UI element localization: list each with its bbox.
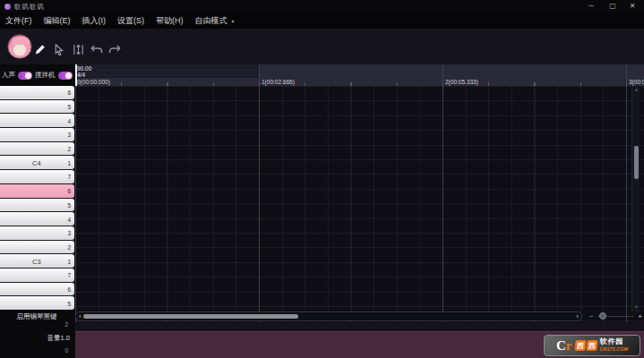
ruler-tempo: 90.00 (77, 65, 259, 72)
watermark-name: 软件园 (600, 338, 624, 345)
key-number: 2 (67, 146, 71, 152)
zoom-in-button[interactable]: + (638, 312, 642, 320)
piano-key-14[interactable]: 6 (0, 283, 74, 296)
piano-roll-grid[interactable] (75, 86, 644, 322)
menu-item-2[interactable]: 插入(I) (82, 15, 107, 27)
redo-button[interactable] (107, 42, 122, 56)
watermark-site: CR173.COM (600, 345, 628, 353)
volume-scale-max: 2 (64, 321, 68, 328)
minimize-button[interactable]: ─ (581, 1, 601, 12)
bar-marker-3: 3(00:08.000) (629, 79, 644, 85)
octave-label: C3 (32, 257, 41, 265)
piano-key-C4[interactable]: 1C4 (0, 156, 74, 169)
enable-black-keys-label[interactable]: 启用钢琴黑键 (5, 312, 68, 321)
track-toggle-label-1: 搅拌机 (35, 71, 56, 80)
lower-divider (75, 322, 644, 331)
zoom-slider[interactable] (597, 316, 635, 317)
watermark-tile-1: 西 (586, 340, 597, 351)
vertical-scroll-thumb[interactable] (634, 146, 639, 179)
toolbar: C 4/4 90.00 8分音符 ▾ 0:0:000 0:1:000 ▶ ⇄ ⇤… (0, 29, 644, 64)
title-bar: 歌叽歌叽 ─ ▢ ✕ (0, 0, 644, 13)
volume-scale-min: 0 (64, 347, 68, 354)
volume-label: 音量1.0 (47, 334, 70, 343)
piano-key-10[interactable]: 3 (0, 226, 74, 240)
pencil-tool-button[interactable] (32, 42, 47, 56)
scroll-left-icon[interactable]: ‹ (79, 312, 82, 320)
timeline-ruler[interactable]: 90.00 4/4 0(00:00.000)1(00:02.666)2(00:0… (75, 64, 644, 86)
track-toggle-label-0: 人声 (2, 71, 15, 80)
octave-label: C4 (32, 158, 41, 166)
editor-area: 90.00 4/4 0(00:00.000)1(00:02.666)2(00:0… (75, 64, 644, 358)
key-number: 3 (67, 132, 71, 138)
tempo-meter-block: 90.00 4/4 (75, 64, 259, 78)
pencil-icon (34, 44, 46, 55)
key-number: 5 (67, 201, 71, 208)
key-number: 1 (67, 159, 71, 166)
key-number: 5 (67, 300, 71, 306)
key-number: 1 (67, 258, 71, 264)
app-logo-icon (4, 4, 11, 10)
menu-mode-caret-icon[interactable]: ▾ (232, 18, 235, 24)
zoom-control: − + (586, 311, 644, 321)
redo-icon (108, 44, 121, 55)
pitch-stretch-icon (73, 44, 84, 55)
piano-key-1[interactable]: 5 (0, 100, 74, 114)
window-title: 歌叽歌叽 (14, 3, 45, 12)
menu-item-3[interactable]: 设置(S) (117, 15, 144, 27)
track-toggle-switch-0[interactable] (18, 72, 32, 80)
piano-key-2[interactable]: 4 (0, 114, 74, 127)
key-number: 4 (67, 216, 71, 222)
key-number: 3 (67, 230, 71, 236)
zoom-slider-knob[interactable] (599, 312, 606, 320)
key-number: 6 (67, 90, 71, 96)
piano-key-9[interactable]: 4 (0, 212, 74, 226)
piano-key-6[interactable]: 7 (0, 170, 74, 183)
singer-avatar[interactable] (7, 34, 32, 59)
scroll-right-icon[interactable]: › (576, 312, 579, 320)
watermark-badge: Cr 西西 软件园 CR173.COM (544, 335, 640, 356)
horizontal-scroll-thumb[interactable] (83, 314, 298, 319)
key-number: 7 (67, 272, 71, 278)
undo-icon (90, 44, 103, 55)
bar-marker-0: 0(00:00.000) (77, 79, 110, 85)
scroll-up-icon[interactable]: ˄ (632, 88, 640, 93)
menu-bar: 文件(F)编辑(E)插入(I)设置(S)帮助(H)自由模式▾ (0, 13, 644, 29)
piano-key-4[interactable]: 2 (0, 142, 74, 156)
menu-item-1[interactable]: 编辑(E) (44, 15, 71, 27)
menu-item-0[interactable]: 文件(F) (5, 15, 32, 27)
stretch-tool-button[interactable] (71, 42, 85, 56)
key-number: 5 (67, 104, 71, 110)
track-toggle-switch-1[interactable] (58, 72, 73, 80)
close-button[interactable]: ✕ (623, 1, 642, 12)
piano-panel: 人声搅拌机 654321C47654321C3765 启用钢琴黑键 2 音量1.… (0, 64, 75, 358)
bar-marker-2: 2(00:05.333) (445, 79, 478, 85)
vertical-scrollbar[interactable]: ˄ ˅ (631, 86, 640, 311)
horizontal-scrollbar[interactable]: ‹ › (75, 311, 582, 321)
piano-key-8[interactable]: 5 (0, 199, 74, 212)
watermark-tiles: 西西 (575, 340, 597, 351)
ruler-meter: 4/4 (77, 72, 259, 78)
piano-key-15[interactable]: 5 (0, 296, 74, 310)
bottom-track-strip: Cr 西西 软件园 CR173.COM (75, 331, 644, 358)
key-number: 4 (67, 117, 71, 124)
piano-key-11[interactable]: 2 (0, 241, 74, 254)
watermark-tile-0: 西 (574, 340, 586, 351)
piano-key-13[interactable]: 7 (0, 268, 74, 282)
piano-key-3[interactable]: 3 (0, 128, 74, 141)
zoom-out-button[interactable]: − (589, 312, 594, 320)
key-number: 6 (67, 188, 71, 194)
piano-key-7[interactable]: 6 (0, 184, 74, 198)
bar-marker-1: 1(00:02.666) (262, 79, 295, 85)
piano-key-C3[interactable]: 1C3 (0, 254, 74, 268)
track-toggle-row: 人声搅拌机 (0, 64, 75, 86)
scroll-down-icon[interactable]: ˅ (632, 304, 640, 310)
key-number: 7 (67, 174, 71, 180)
select-tool-button[interactable] (52, 42, 66, 56)
menu-item-5[interactable]: 自由模式 (195, 15, 228, 27)
key-number: 6 (67, 286, 71, 292)
undo-button[interactable] (90, 42, 104, 56)
menu-item-4[interactable]: 帮助(H) (156, 15, 184, 27)
key-number: 2 (67, 243, 71, 250)
piano-key-0[interactable]: 6 (0, 86, 74, 99)
maximize-button[interactable]: ▢ (603, 1, 623, 12)
